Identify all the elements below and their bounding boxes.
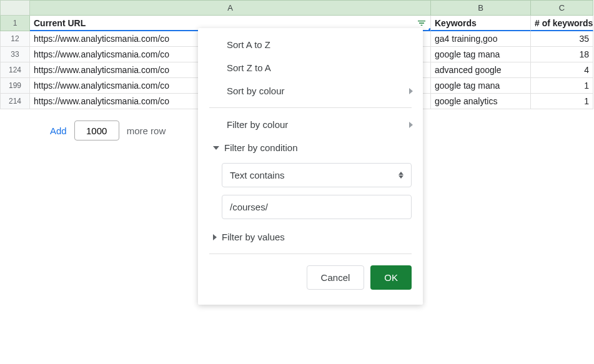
condition-value-input[interactable] xyxy=(222,195,412,219)
cancel-button[interactable]: Cancel xyxy=(307,265,365,290)
sort-az-item[interactable]: Sort A to Z xyxy=(198,33,423,56)
row-number[interactable]: 124 xyxy=(0,62,30,78)
select-value: Text contains xyxy=(230,170,285,180)
menu-label: Sort A to Z xyxy=(227,39,270,50)
row-number[interactable]: 33 xyxy=(0,47,30,62)
chevron-right-icon xyxy=(409,122,413,128)
menu-label: Sort by colour xyxy=(227,86,285,96)
add-rows-button[interactable]: Add xyxy=(50,125,67,136)
selection-handle[interactable] xyxy=(428,28,431,31)
cell[interactable]: 1 xyxy=(531,94,593,109)
cell-header-c[interactable]: # of keywords xyxy=(531,16,593,31)
divider xyxy=(209,253,412,254)
section-label: Filter by values xyxy=(222,232,285,242)
cell[interactable]: 18 xyxy=(531,47,593,62)
filter-icon[interactable] xyxy=(417,18,427,28)
menu-label: Sort Z to A xyxy=(227,62,271,73)
row-number[interactable]: 199 xyxy=(0,78,30,94)
cell[interactable]: 4 xyxy=(531,62,593,78)
cell[interactable]: 1 xyxy=(531,78,593,94)
sort-colour-item[interactable]: Sort by colour xyxy=(198,79,423,102)
ok-button[interactable]: OK xyxy=(370,265,412,290)
cell[interactable]: google tag mana xyxy=(431,78,531,94)
cell[interactable]: advanced google xyxy=(431,62,531,78)
column-header-c[interactable]: C xyxy=(531,0,593,16)
sort-za-item[interactable]: Sort Z to A xyxy=(198,56,423,79)
filter-values-toggle[interactable]: Filter by values xyxy=(198,225,423,248)
select-all-cell[interactable] xyxy=(0,0,30,16)
menu-label: Filter by colour xyxy=(227,119,288,130)
column-header-row: A B C xyxy=(0,0,594,16)
cell-header-b[interactable]: Keywords xyxy=(431,16,531,31)
add-rows-input[interactable] xyxy=(74,121,119,140)
column-header-a[interactable]: A xyxy=(30,0,431,16)
column-header-b[interactable]: B xyxy=(431,0,531,16)
filter-condition-toggle[interactable]: Filter by condition xyxy=(198,136,423,159)
popup-buttons: Cancel OK xyxy=(198,259,423,300)
divider xyxy=(209,107,412,108)
filter-colour-item[interactable]: Filter by colour xyxy=(198,113,423,136)
select-arrows-icon xyxy=(398,172,403,179)
cell[interactable]: 35 xyxy=(531,31,593,47)
filter-condition-body: Text contains xyxy=(222,163,412,219)
row-number[interactable]: 214 xyxy=(0,94,30,109)
row-number[interactable]: 1 xyxy=(0,16,30,31)
section-label: Filter by condition xyxy=(224,142,298,153)
cell[interactable]: google tag mana xyxy=(431,47,531,62)
chevron-right-icon xyxy=(409,88,413,94)
header-text: Current URL xyxy=(34,18,86,28)
chevron-right-icon xyxy=(213,234,217,240)
chevron-down-icon xyxy=(213,146,219,150)
cell[interactable]: ga4 training,goo xyxy=(431,31,531,47)
add-rows-label: more row xyxy=(127,125,166,136)
filter-popup: Sort A to Z Sort Z to A Sort by colour F… xyxy=(198,28,423,305)
condition-type-select[interactable]: Text contains xyxy=(222,163,412,187)
cell[interactable]: google analytics xyxy=(431,94,531,109)
row-number[interactable]: 12 xyxy=(0,31,30,47)
